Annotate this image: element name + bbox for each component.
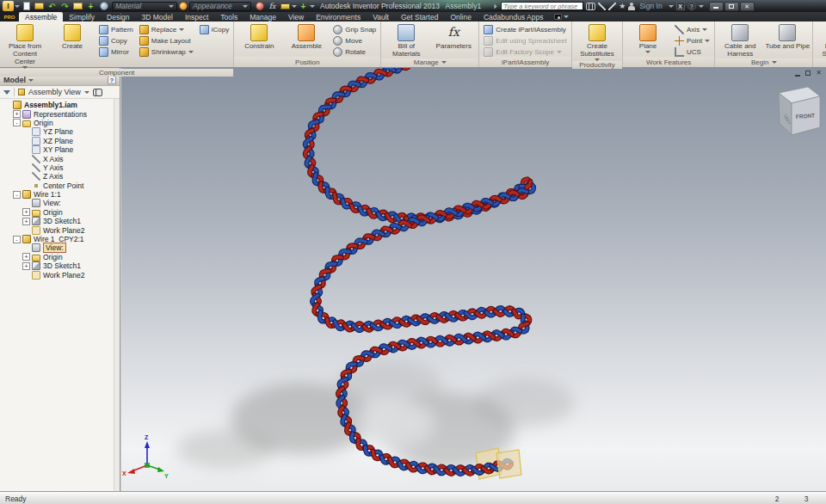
swatch-caret-icon[interactable]: [292, 5, 297, 8]
make-layout-button[interactable]: Make Layout: [138, 35, 195, 46]
panel-label-manage[interactable]: Manage: [381, 58, 478, 67]
grip-snap-button[interactable]: Grip Snap: [331, 24, 378, 34]
assembly-view-selector[interactable]: Assembly View: [28, 88, 81, 96]
point-button[interactable]: Point: [673, 35, 712, 46]
tree-item-yz-plane[interactable]: YZ Plane: [2, 127, 120, 136]
axis-button[interactable]: Axis: [673, 24, 712, 34]
material-select[interactable]: Material: [112, 2, 177, 11]
panel-label-simulation[interactable]: Simulation: [813, 58, 826, 67]
graphics-viewport[interactable]: ✕ LEFT FRONT: [121, 68, 826, 492]
doc-minimize-icon[interactable]: [795, 75, 800, 77]
tube-and-pipe-button[interactable]: Tube and Pipe: [765, 23, 810, 51]
tree-item-xz-plane[interactable]: XZ Plane: [2, 137, 120, 145]
tree-item-representations[interactable]: +Representations: [2, 109, 120, 118]
capture-button[interactable]: [549, 12, 574, 22]
tab-view[interactable]: View: [282, 12, 310, 22]
view-selector-caret-icon[interactable]: [84, 91, 89, 94]
parameters-button[interactable]: fxParameters: [431, 23, 476, 51]
tree-item-wire-1-1[interactable]: -Wire 1:1: [2, 190, 120, 199]
tree-expander-icon[interactable]: +: [22, 262, 30, 270]
ucs-button[interactable]: UCS: [673, 46, 712, 57]
tree-item-work-plane2[interactable]: Work Plane2: [2, 270, 120, 279]
tree-item-work-plane2[interactable]: Work Plane2: [2, 225, 120, 234]
panel-label-component[interactable]: Component: [0, 69, 233, 77]
assemble-button[interactable]: Assemble: [284, 23, 329, 51]
tab-vault[interactable]: Vault: [367, 12, 395, 22]
shrinkwrap-button[interactable]: Shrinkwrap: [138, 46, 195, 57]
pattern-button[interactable]: Pattern: [97, 24, 135, 34]
panel-label-begin[interactable]: Begin: [715, 58, 812, 67]
cable-and-harness-button[interactable]: Cable and Harness: [718, 23, 762, 58]
browser-title-caret-icon[interactable]: [28, 79, 34, 82]
constrain-button[interactable]: Constrain: [237, 23, 281, 51]
view-cube[interactable]: LEFT FRONT: [779, 87, 820, 135]
subscription-icon[interactable]: [598, 3, 606, 10]
tree-item-origin[interactable]: -Origin: [2, 119, 120, 127]
window-restore-button[interactable]: [724, 2, 739, 11]
tab-simplify[interactable]: Simplify: [63, 12, 101, 22]
window-close-button[interactable]: ✕: [740, 2, 755, 11]
work-plane-2[interactable]: [496, 450, 521, 478]
tab-3d-model[interactable]: 3D Model: [136, 12, 179, 22]
browser-find-icon[interactable]: [93, 89, 102, 95]
help-icon[interactable]: ?: [687, 2, 696, 10]
browser-help-icon[interactable]: ?: [108, 76, 116, 84]
save-button[interactable]: [72, 2, 83, 11]
move-button[interactable]: Move: [331, 35, 378, 46]
qat-customize-caret-icon[interactable]: [310, 5, 315, 8]
window-minimize-button[interactable]: [709, 2, 724, 11]
copy-button[interactable]: Copy: [97, 35, 135, 46]
tree-item-y-axis[interactable]: Y Axis: [2, 163, 120, 172]
tree-expander-icon[interactable]: -: [13, 119, 21, 126]
tree-expander-icon[interactable]: -: [13, 191, 21, 199]
mirror-button[interactable]: Mirror: [97, 46, 135, 57]
rotate-button[interactable]: Rotate: [331, 46, 378, 57]
update-button[interactable]: +: [85, 2, 96, 11]
tab-cadabundus-apps[interactable]: Cadabundus Apps: [478, 12, 549, 22]
favorites-icon[interactable]: ★: [619, 3, 626, 10]
tab-tools[interactable]: Tools: [214, 12, 243, 22]
tree-item-origin[interactable]: +Origin: [2, 253, 120, 261]
doc-close-icon[interactable]: ✕: [816, 70, 822, 77]
filter-icon[interactable]: [3, 90, 10, 95]
tab-environments[interactable]: Environments: [310, 12, 367, 22]
tree-item-center-point[interactable]: Center Point: [2, 181, 120, 190]
web-button[interactable]: [98, 2, 109, 11]
tree-expander-icon[interactable]: +: [22, 253, 30, 261]
app-menu-caret-icon[interactable]: [15, 5, 20, 8]
redo-button[interactable]: ↷: [59, 2, 71, 11]
search-expand-icon[interactable]: [495, 3, 497, 9]
place-from-content-center-button[interactable]: Place from Content Center: [3, 23, 47, 69]
tab-get-started[interactable]: Get Started: [395, 12, 444, 22]
sign-in-caret-icon[interactable]: [669, 5, 674, 8]
tab-assemble[interactable]: Assemble: [19, 12, 63, 22]
help-caret-icon[interactable]: [699, 5, 704, 8]
tab-inspect[interactable]: Inspect: [179, 12, 214, 22]
plane-button[interactable]: Plane: [626, 23, 670, 53]
dynamic-simulation-button[interactable]: Dynamic Simulation: [816, 23, 826, 58]
tree-item-3d-sketch1[interactable]: +3D Sketch1: [2, 261, 120, 270]
search-icon[interactable]: [586, 3, 595, 9]
tree-item-view[interactable]: View:: [2, 199, 120, 207]
icopy-button[interactable]: iCopy: [198, 24, 231, 34]
edit-factory-scope-button[interactable]: Edit Factory Scope: [482, 46, 569, 57]
tree-expander-icon[interactable]: +: [22, 218, 30, 225]
replace-button[interactable]: Replace: [138, 24, 195, 34]
add-button[interactable]: +: [298, 2, 309, 11]
tree-expander-icon[interactable]: +: [13, 110, 21, 118]
tree-expander-icon[interactable]: +: [22, 208, 30, 216]
tree-item-assembly1-iam[interactable]: Assembly1.iam: [2, 101, 120, 109]
tree-expander-icon[interactable]: -: [13, 236, 21, 243]
tree-item-x-axis[interactable]: X Axis: [2, 154, 120, 163]
tab-online[interactable]: Online: [444, 12, 478, 22]
new-file-button[interactable]: [21, 2, 32, 11]
doc-restore-icon[interactable]: [805, 71, 811, 76]
search-input[interactable]: [501, 2, 583, 10]
edit-using-spreadsheet-button[interactable]: Edit using Spreadsheet: [482, 35, 569, 46]
tree-item-xy-plane[interactable]: XY Plane: [2, 145, 120, 154]
tab-manage[interactable]: Manage: [243, 12, 282, 22]
tree-item-3d-sketch1[interactable]: +3D Sketch1: [2, 217, 120, 225]
swatch-button[interactable]: [280, 2, 291, 11]
undo-button[interactable]: ↶: [46, 2, 58, 11]
panel-label-ipart-iassembly[interactable]: iPart/iAssembly: [479, 57, 571, 67]
